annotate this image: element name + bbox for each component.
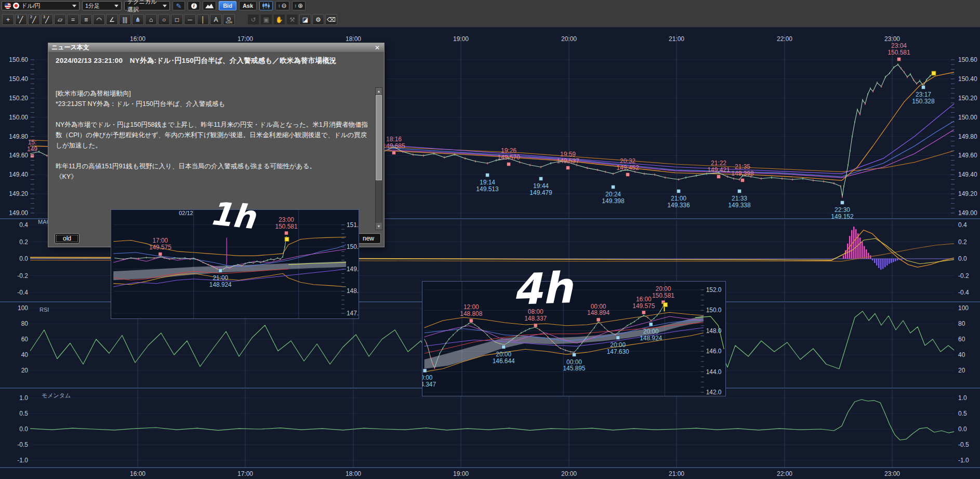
y-axis-label: 149.00 (9, 209, 28, 217)
svg-text:148.894: 148.894 (587, 309, 610, 316)
area-chart-button[interactable] (203, 1, 216, 10)
trendline-3-tool[interactable]: 3╱ (41, 14, 53, 25)
trade-annotation-2135-sell: 21:35149.398 (731, 163, 754, 182)
tool-settings[interactable]: ⚙ (312, 14, 324, 25)
bid-button[interactable]: Bid (219, 1, 236, 10)
scroll-down-icon[interactable]: ▼ (376, 223, 382, 230)
trade-annotation-1944-buy: 19:44149.479 (529, 177, 552, 197)
news-paragraph: 《KY》 (56, 171, 372, 182)
ruler-tool[interactable]: ▱ (54, 14, 66, 25)
y-axis-label: 149.80 (958, 133, 977, 140)
y-axis-label: 149.60 (958, 152, 977, 159)
news-paragraph (56, 109, 372, 119)
timeframe-select[interactable]: 1分足 (82, 1, 122, 10)
svg-text:19:26: 19:26 (501, 147, 517, 154)
y-axis-label: 150.20 (958, 95, 977, 102)
svg-text:148.924: 148.924 (209, 281, 232, 288)
svg-text:150.581: 150.581 (888, 49, 910, 56)
trendline-1-tool[interactable]: 1╱ (15, 14, 27, 25)
zoom-out-button[interactable]: ↕⊖ (275, 1, 289, 10)
candlestick-icon (262, 3, 270, 9)
y-axis-label: -1.0 (17, 457, 28, 464)
news-paragraph (56, 151, 372, 161)
svg-text:149.570: 149.570 (497, 154, 520, 161)
svg-text:149: 149 (27, 145, 37, 153)
trading-app-window: { "toolbar": { "pair_label": "ドル/円", "ti… (0, 0, 980, 479)
draw-mode-button[interactable]: ✎ (173, 1, 185, 10)
y-axis-label: 80 (21, 320, 29, 327)
ellipse-tool[interactable]: ○ (158, 14, 170, 25)
news-scrollbar[interactable]: ▲ ▼ (375, 87, 382, 230)
vertical-lines-tool[interactable]: ||| (119, 14, 131, 25)
svg-text:145.895: 145.895 (563, 365, 586, 372)
technical-select[interactable]: テクニカル選択 (124, 1, 170, 10)
vertical-arrows-icon: ↕ (295, 3, 297, 8)
zoom-in-button[interactable]: ↕⊕ (292, 1, 306, 10)
parallel-lines-2-tool[interactable]: = (67, 14, 79, 25)
horizontal-line-tool[interactable]: ─ (184, 14, 196, 25)
new-button[interactable]: new (356, 233, 381, 244)
svg-text:21:33: 21:33 (732, 195, 747, 202)
inset-chart-1h[interactable]: 17:00149.57523:00150.58121:00148.924151.… (111, 209, 359, 319)
currency-pair-select[interactable]: ドル/円 (2, 1, 80, 10)
current-price-marker (932, 71, 936, 75)
y-axis-label: 150.40 (9, 75, 28, 83)
rectangle-tool[interactable]: □ (171, 14, 183, 25)
mountain-icon (205, 3, 214, 8)
scrollbar-thumb[interactable] (376, 95, 382, 180)
trade-annotation-2317-buy: 23:17150.328 (912, 86, 935, 105)
drawing-toolbar-row: +1╱2╱3╱▱=≡◠∠|||⋔⌂○□─│A☺ICON↺▣✋⚒◪⚙⌫ (0, 11, 980, 28)
time-axis-label-top: 18:00 (346, 35, 361, 43)
series-ma-magenta (385, 130, 954, 178)
crosshair-tool[interactable]: + (2, 14, 14, 25)
news-paragraph: *23:21JST NY外為：ドル・円150円台半ば、介入警戒感も (56, 99, 372, 109)
chevron-down-icon (72, 5, 76, 7)
news-popup-titlebar[interactable]: ニュース本文 ✕ (48, 43, 384, 52)
pentagon-tool[interactable]: ⌂ (145, 14, 157, 25)
y-axis-label: 150.60 (958, 56, 977, 63)
time-axis-label-bottom: 17:00 (237, 470, 253, 477)
series-macd-histogram-down (884, 259, 886, 267)
y-axis-label: 0.5 (958, 410, 967, 417)
y-axis-label: 149.40 (958, 171, 977, 178)
time-axis-label-top: 23:00 (884, 35, 900, 43)
time-axis-label-bottom: 23:00 (884, 470, 900, 477)
us-flag-icon (5, 3, 11, 9)
series-macd-histogram-down (889, 259, 890, 264)
delete-all-tool[interactable]: ⌫ (325, 14, 337, 25)
y-axis-label: 0.2 (19, 238, 28, 246)
scroll-up-icon[interactable]: ▲ (376, 88, 382, 95)
text-tool[interactable]: A (210, 14, 222, 25)
eraser-tool[interactable]: ◪ (299, 14, 311, 25)
trade-annotation-2133-buy: 21:33149.338 (728, 190, 751, 209)
time-axis-label-top: 17:00 (237, 35, 253, 43)
series-macd-histogram-up (864, 246, 865, 259)
pitchfork-tool[interactable]: ⋔ (132, 14, 144, 25)
ask-button[interactable]: Ask (239, 1, 257, 10)
y-axis-label: 60 (958, 336, 965, 343)
trendline-2-tool[interactable]: 2╱ (28, 14, 40, 25)
panel-inset_4h: 12:00148.80808:00148.33700:00148.89416:0… (422, 282, 724, 396)
news-article-text: [欧米市場の為替相場動向]*23:21JST NY外為：ドル・円150円台半ば、… (56, 88, 372, 182)
svg-text:15:: 15: (28, 139, 37, 146)
news-paragraph: NY外為市場でドル・円は150円58銭まで上昇し、昨年11月来の円安・ドル高とな… (56, 119, 372, 151)
info-button[interactable]: i (188, 1, 200, 10)
close-icon[interactable]: ✕ (374, 44, 381, 51)
y-axis-label: -0.4 (958, 289, 969, 296)
y-axis-label: 0.4 (19, 221, 28, 229)
inset-chart-4h[interactable]: 12:00148.80808:00148.33700:00148.89416:0… (422, 281, 726, 396)
candle-chart-style-button[interactable] (259, 1, 273, 10)
fibonacci-arc-tool[interactable]: ◠ (93, 14, 105, 25)
y-axis-label: 149.20 (9, 190, 28, 197)
series-macd-histogram-down (874, 259, 876, 263)
time-axis-label-top: 19:00 (453, 35, 469, 43)
fan-lines-tool[interactable]: ∠ (106, 14, 118, 25)
parallel-lines-3-tool[interactable]: ≡ (80, 14, 92, 25)
y-axis-label: 60 (21, 336, 29, 343)
stamp-icon-tool[interactable]: ☺ICON (223, 14, 235, 25)
svg-text:150.328: 150.328 (912, 98, 935, 105)
trade-annotation-2304-sell: 23:04150.581 (888, 42, 910, 61)
old-button[interactable]: old (55, 233, 80, 244)
vertical-line-tool[interactable]: │ (197, 14, 209, 25)
pan-hand-tool: ✋ (273, 14, 285, 25)
